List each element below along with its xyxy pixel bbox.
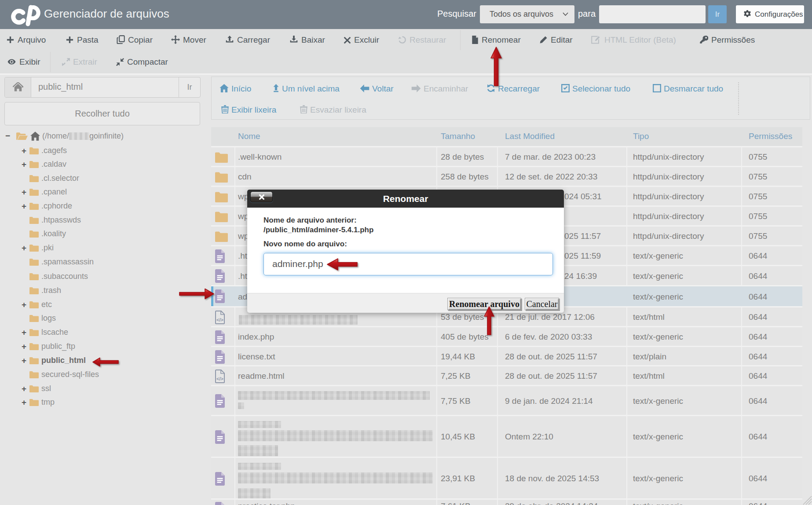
svg-text:</>: </> [216, 317, 223, 322]
svg-text:</>: </> [216, 376, 223, 381]
